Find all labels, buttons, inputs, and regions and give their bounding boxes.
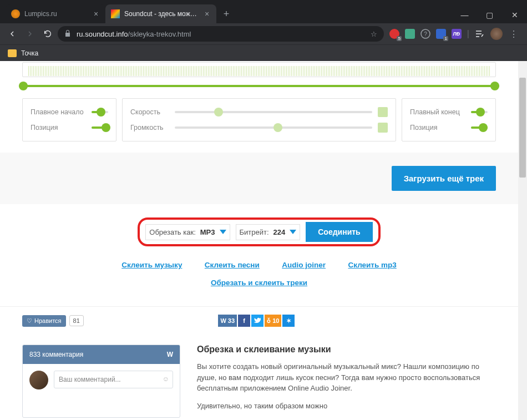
scrollbar[interactable] xyxy=(518,61,527,420)
link-merge-songs[interactable]: Склеить песни xyxy=(205,261,260,269)
position-label: Позиция xyxy=(410,124,471,131)
upload-track-button[interactable]: Загрузить ещё трек xyxy=(392,166,496,191)
extension-icon[interactable] xyxy=(405,29,415,39)
forward-button[interactable] xyxy=(22,26,38,42)
close-window-button[interactable]: ✕ xyxy=(502,7,527,23)
waveform-card xyxy=(22,62,496,77)
close-icon[interactable]: × xyxy=(92,10,100,18)
favicon-lumpics xyxy=(11,9,20,18)
format-label: Обрезать как: xyxy=(149,228,195,236)
link-audio-joiner[interactable]: Audio joiner xyxy=(282,261,326,269)
bookmark-item[interactable]: Точка xyxy=(21,49,38,57)
back-button[interactable] xyxy=(4,26,20,42)
upload-section: Загрузить ещё трек xyxy=(0,153,518,204)
like-count: 81 xyxy=(69,315,84,326)
position-slider[interactable] xyxy=(471,126,488,129)
share-ok[interactable]: ǒ 10 xyxy=(265,315,281,327)
emoji-icon[interactable]: ☺ xyxy=(163,375,169,383)
svg-text:?: ? xyxy=(424,31,427,37)
favicon-soundcut xyxy=(111,9,120,18)
format-value: MP3 xyxy=(200,228,215,236)
volume-toggle[interactable] xyxy=(378,123,388,133)
bitrate-label: Битрейт: xyxy=(240,228,269,236)
browser-tab-soundcut[interactable]: Soundcut - здесь можно обрез… × xyxy=(105,4,216,23)
link-cut-merge[interactable]: Обрезать и склеить треки xyxy=(211,279,307,287)
close-icon[interactable]: × xyxy=(203,10,211,18)
ext-badge: 1 xyxy=(443,36,448,41)
share-buttons: W 33 f ǒ 10 ✶ xyxy=(218,315,295,327)
extension-icon[interactable]: 5 xyxy=(389,29,399,39)
range-end-handle[interactable] xyxy=(490,82,499,90)
vk-like-widget[interactable]: ♡Нравится 81 xyxy=(22,315,84,327)
maximize-button[interactable]: ▢ xyxy=(477,7,502,23)
browser-tab-lumpics[interactable]: Lumpics.ru × xyxy=(6,4,105,23)
menu-button[interactable]: ⋮ xyxy=(508,26,519,42)
speed-volume-card: Скорость Громкость xyxy=(122,98,396,141)
comments-count: 833 комментария xyxy=(29,351,83,358)
tab-strip: Lumpics.ru × Soundcut - здесь можно обре… xyxy=(0,0,452,23)
volume-slider[interactable] xyxy=(175,126,372,129)
related-links-2: Обрезать и склеить треки xyxy=(0,277,518,295)
bookmarks-bar: Точка xyxy=(0,44,527,61)
fade-in-slider[interactable] xyxy=(92,111,108,113)
new-tab-button[interactable]: + xyxy=(219,6,234,22)
extension-icon[interactable]: ? xyxy=(420,29,430,39)
window-controls: — ▢ ✕ xyxy=(452,7,527,23)
comment-input[interactable]: Ваш комментарий... ☺ xyxy=(54,371,173,388)
reading-list-icon[interactable] xyxy=(475,29,485,39)
bitrate-value: 224 xyxy=(273,228,286,236)
comments-header: 833 комментария W xyxy=(23,345,180,364)
vk-logo-icon: W xyxy=(167,351,173,358)
share-mail[interactable]: ✶ xyxy=(282,315,295,327)
article: Обрезка и склеивание музыки Вы хотите со… xyxy=(197,345,496,418)
comment-placeholder: Ваш комментарий... xyxy=(59,376,121,383)
extension-icon[interactable]: ЛĐ xyxy=(452,29,462,39)
fade-out-slider[interactable] xyxy=(471,111,488,113)
bitrate-select[interactable]: Битрейт: 224 xyxy=(236,224,301,240)
page-content: Плавное начало Позиция Скорость xyxy=(0,61,527,420)
tab-title: Lumpics.ru xyxy=(24,10,89,18)
link-merge-mp3[interactable]: Склеить mp3 xyxy=(348,261,396,269)
heart-icon: ♡ xyxy=(27,317,32,325)
chevron-down-icon xyxy=(290,230,296,234)
scroll-thumb[interactable] xyxy=(519,78,526,178)
fade-in-label: Плавное начало xyxy=(31,108,92,116)
export-highlight: Обрезать как: MP3 Битрейт: 224 Соединить xyxy=(138,217,380,246)
article-paragraph: Вы хотите создать новый оригинальный муз… xyxy=(197,361,496,394)
format-select[interactable]: Обрезать как: MP3 xyxy=(145,224,230,240)
share-fb[interactable]: f xyxy=(238,315,250,327)
fade-out-card: Плавный конец Позиция xyxy=(402,98,496,141)
bookmark-star-icon[interactable]: ☆ xyxy=(371,30,377,38)
extension-icon[interactable]: 1 xyxy=(436,29,446,39)
range-slider[interactable] xyxy=(19,79,499,93)
share-tw[interactable] xyxy=(251,315,264,327)
social-row: ♡Нравится 81 W 33 f ǒ 10 ✶ xyxy=(0,306,518,339)
tab-title: Soundcut - здесь можно обрез… xyxy=(124,10,200,18)
article-paragraph: Удивительно, но таким образом можно xyxy=(197,401,496,412)
range-start-handle[interactable] xyxy=(19,82,28,90)
share-vk[interactable]: W 33 xyxy=(218,315,237,327)
related-links: Склеить музыку Склеить песни Audio joine… xyxy=(0,252,518,277)
divider: | xyxy=(467,29,469,39)
url-path: /skleyka-trekov.html xyxy=(128,30,191,38)
speed-label: Скорость xyxy=(130,108,175,116)
speed-toggle[interactable] xyxy=(378,107,388,117)
like-label: Нравится xyxy=(34,317,62,324)
lock-icon xyxy=(64,29,71,39)
profile-avatar[interactable] xyxy=(490,28,503,40)
export-section: Обрезать как: MP3 Битрейт: 224 Соединить xyxy=(0,204,518,252)
speed-slider[interactable] xyxy=(175,111,372,113)
chevron-down-icon xyxy=(220,230,226,234)
waveform xyxy=(28,66,490,76)
join-button[interactable]: Соединить xyxy=(306,222,372,242)
volume-label: Громкость xyxy=(130,124,175,131)
folder-icon xyxy=(8,49,17,57)
reload-button[interactable] xyxy=(40,26,55,42)
fade-in-card: Плавное начало Позиция xyxy=(22,98,116,141)
ext-badge: 5 xyxy=(397,36,401,41)
position-slider[interactable] xyxy=(92,126,108,129)
address-bar[interactable]: ru.soundcut.info/skleyka-trekov.html ☆ xyxy=(58,26,384,42)
url-host: ru.soundcut.info xyxy=(77,30,128,38)
link-merge-music[interactable]: Склеить музыку xyxy=(121,261,182,269)
minimize-button[interactable]: — xyxy=(452,7,477,23)
